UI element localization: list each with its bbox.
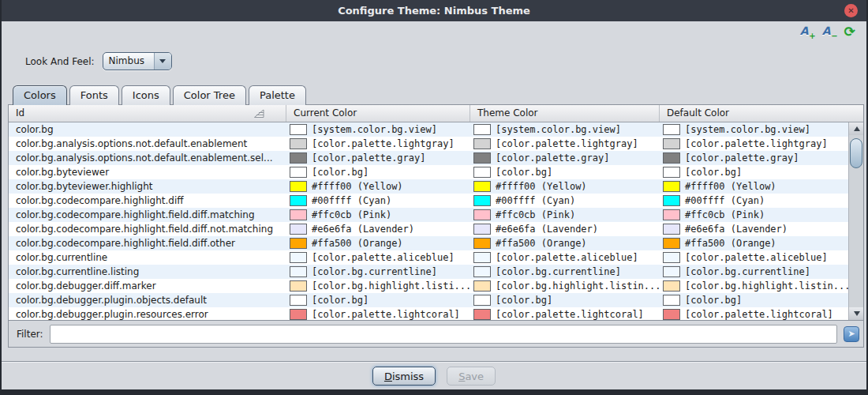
default-color-cell[interactable]: #e6e6fa (Lavender) — [660, 222, 850, 236]
color-swatch[interactable] — [663, 138, 680, 149]
scrollbar-thumb[interactable] — [850, 138, 862, 168]
color-swatch[interactable] — [290, 181, 307, 192]
close-icon[interactable]: ✕ — [844, 4, 858, 17]
default-color-cell[interactable]: [color.palette.lightgray] — [660, 137, 850, 151]
color-swatch[interactable] — [663, 266, 680, 277]
color-swatch[interactable] — [663, 152, 680, 164]
color-swatch[interactable] — [290, 238, 307, 249]
theme-color-cell[interactable]: [color.bg] — [470, 165, 660, 179]
default-color-cell[interactable]: #ffff00 (Yellow) — [660, 179, 850, 194]
current-color-cell[interactable]: [color.palette.lightcoral] — [286, 307, 470, 320]
vertical-scrollbar[interactable] — [848, 122, 863, 320]
current-color-cell[interactable]: [color.bg] — [286, 165, 470, 179]
theme-color-cell[interactable]: [color.bg.highlight.listin... — [470, 279, 660, 293]
table-row[interactable]: color.bg.debugger.plugin.objects.default… — [9, 293, 850, 307]
color-swatch[interactable] — [290, 224, 307, 235]
default-color-cell[interactable]: [color.bg] — [660, 165, 850, 179]
current-color-cell[interactable]: #ffa500 (Orange) — [286, 236, 470, 250]
default-color-cell[interactable]: [color.bg.highlight.listin... — [660, 279, 850, 293]
color-swatch[interactable] — [290, 295, 307, 306]
color-swatch[interactable] — [290, 195, 307, 206]
table-row[interactable]: color.bg.codecompare.highlight.field.dif… — [9, 208, 850, 222]
default-color-cell[interactable]: [color.palette.gray] — [660, 151, 850, 165]
theme-color-cell[interactable]: [color.palette.aliceblue] — [470, 250, 660, 265]
color-swatch[interactable] — [473, 209, 491, 220]
default-color-cell[interactable]: [color.palette.aliceblue] — [660, 250, 850, 265]
color-swatch[interactable] — [290, 152, 307, 164]
color-swatch[interactable] — [290, 280, 307, 292]
current-color-cell[interactable]: [system.color.bg.view] — [286, 122, 470, 137]
theme-color-cell[interactable]: [color.bg] — [470, 293, 660, 307]
current-color-cell[interactable]: #00ffff (Cyan) — [286, 194, 470, 208]
table-row[interactable]: color.bg[system.color.bg.view][system.co… — [9, 122, 850, 137]
current-color-cell[interactable]: #e6e6fa (Lavender) — [286, 222, 470, 236]
increment-font-icon[interactable]: A+ — [800, 24, 814, 39]
current-color-cell[interactable]: [color.palette.gray] — [286, 151, 470, 165]
color-swatch[interactable] — [663, 167, 680, 178]
tab-icons[interactable]: Icons — [122, 85, 170, 105]
theme-color-cell[interactable]: #e6e6fa (Lavender) — [470, 222, 660, 236]
theme-color-cell[interactable]: [color.palette.gray] — [470, 151, 660, 165]
column-header-default-color[interactable]: Default Color — [660, 105, 863, 122]
current-color-cell[interactable]: [color.palette.lightgray] — [286, 137, 470, 151]
current-color-cell[interactable]: [color.bg] — [286, 293, 470, 307]
tab-fonts[interactable]: Fonts — [69, 85, 119, 105]
color-swatch[interactable] — [473, 152, 491, 164]
default-color-cell[interactable]: [color.bg.currentline] — [660, 265, 850, 279]
color-swatch[interactable] — [473, 138, 491, 149]
scroll-up-icon[interactable] — [849, 122, 863, 135]
color-swatch[interactable] — [663, 195, 680, 206]
default-color-cell[interactable]: #00ffff (Cyan) — [660, 194, 850, 208]
color-swatch[interactable] — [663, 124, 680, 135]
color-swatch[interactable] — [290, 138, 307, 149]
decrement-font-icon[interactable]: A− — [822, 24, 836, 39]
theme-color-cell[interactable]: #ffff00 (Yellow) — [470, 179, 660, 194]
default-color-cell[interactable]: #ffa500 (Orange) — [660, 236, 850, 250]
color-swatch[interactable] — [663, 309, 680, 320]
scroll-down-icon[interactable] — [849, 307, 863, 320]
color-swatch[interactable] — [290, 124, 307, 135]
reload-icon[interactable]: ⟳ — [844, 24, 855, 39]
color-swatch[interactable] — [290, 252, 307, 263]
color-swatch[interactable] — [473, 295, 491, 306]
current-color-cell[interactable]: #ffc0cb (Pink) — [286, 208, 470, 222]
color-swatch[interactable] — [473, 195, 491, 206]
tab-palette[interactable]: Palette — [249, 85, 306, 105]
color-swatch[interactable] — [663, 181, 680, 192]
current-color-cell[interactable]: [color.bg.highlight.listi... — [286, 279, 470, 293]
color-swatch[interactable] — [290, 266, 307, 277]
current-color-cell[interactable]: [color.bg.currentline] — [286, 265, 470, 279]
table-row[interactable]: color.bg.currentline.listing[color.bg.cu… — [9, 265, 850, 279]
column-header-theme-color[interactable]: Theme Color — [470, 105, 660, 122]
theme-color-cell[interactable]: #ffc0cb (Pink) — [470, 208, 660, 222]
theme-color-cell[interactable]: [system.color.bg.view] — [470, 122, 660, 137]
table-row[interactable]: color.bg.currentline[color.palette.alice… — [9, 250, 850, 265]
current-color-cell[interactable]: #ffff00 (Yellow) — [286, 179, 470, 194]
color-swatch[interactable] — [473, 224, 491, 235]
color-swatch[interactable] — [473, 124, 491, 135]
color-swatch[interactable] — [663, 252, 680, 263]
color-swatch[interactable] — [473, 167, 491, 178]
color-swatch[interactable] — [663, 280, 680, 292]
color-swatch[interactable] — [473, 252, 491, 263]
titlebar[interactable]: Configure Theme: Nimbus Theme ✕ — [0, 0, 868, 21]
table-row[interactable]: color.bg.debugger.plugin.resources.error… — [9, 307, 850, 320]
default-color-cell[interactable]: [color.palette.lightcoral] — [660, 307, 850, 320]
look-and-feel-dropdown[interactable]: Nimbus — [103, 52, 172, 70]
color-swatch[interactable] — [663, 238, 680, 249]
table-row[interactable]: color.bg.byteviewer[color.bg][color.bg][… — [9, 165, 850, 179]
color-swatch[interactable] — [663, 295, 680, 306]
column-header-id[interactable]: Id — [9, 105, 286, 122]
table-row[interactable]: color.bg.analysis.options.not.default.en… — [9, 137, 850, 151]
dismiss-button[interactable]: Dismiss — [372, 367, 436, 386]
column-header-current-color[interactable]: Current Color — [286, 105, 470, 122]
color-swatch[interactable] — [473, 266, 491, 277]
color-swatch[interactable] — [473, 181, 491, 192]
theme-color-cell[interactable]: [color.palette.lightcoral] — [470, 307, 660, 320]
color-swatch[interactable] — [290, 209, 307, 220]
tab-color-tree[interactable]: Color Tree — [173, 85, 246, 105]
save-button[interactable]: Save — [447, 367, 496, 386]
table-row[interactable]: color.bg.codecompare.highlight.field.dif… — [9, 222, 850, 236]
table-row[interactable]: color.bg.codecompare.highlight.field.dif… — [9, 236, 850, 250]
theme-color-cell[interactable]: [color.bg.currentline] — [470, 265, 660, 279]
